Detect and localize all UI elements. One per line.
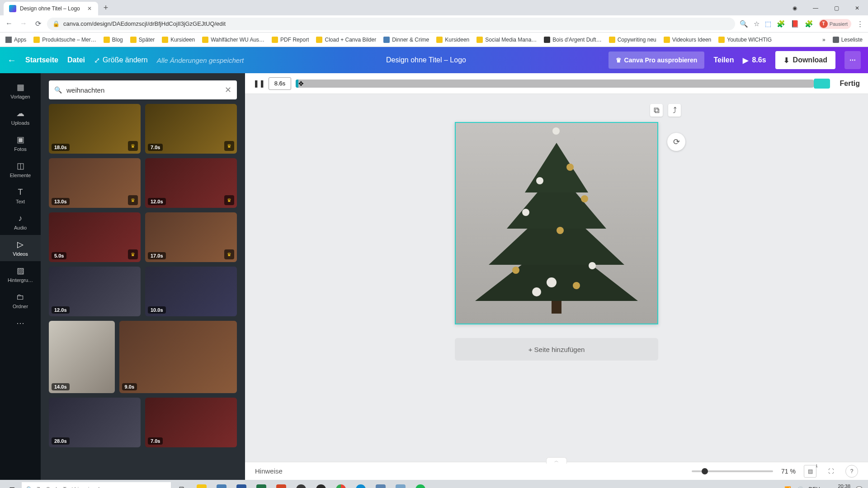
bookmark-item[interactable]: Youtube WICHTIG bbox=[718, 37, 772, 43]
taskbar-app[interactable] bbox=[292, 481, 310, 488]
tray-network-icon[interactable]: 📶 bbox=[784, 486, 791, 488]
windows-search[interactable]: 🔍 Zur Suche Text hier eingeben bbox=[22, 482, 171, 488]
rail-ordner[interactable]: 🗀Ordner bbox=[0, 287, 41, 314]
bookmark-item[interactable]: Blog bbox=[104, 37, 123, 43]
bookmark-item[interactable]: Dinner & Crime bbox=[383, 37, 429, 43]
rail-hintergrund[interactable]: ▨Hintergru… bbox=[0, 261, 41, 287]
rail-vorlagen[interactable]: ▦Vorlagen bbox=[0, 78, 41, 104]
rail-audio[interactable]: ♪Audio bbox=[0, 209, 41, 235]
rail-elemente[interactable]: ◫Elemente bbox=[0, 156, 41, 183]
file-menu[interactable]: Datei bbox=[67, 56, 85, 64]
resize-button[interactable]: ⤢ Größe ändern bbox=[94, 56, 148, 65]
taskbar-word[interactable] bbox=[232, 481, 250, 488]
fullscreen-button[interactable]: ⛶ bbox=[825, 465, 837, 478]
rail-text[interactable]: TText bbox=[0, 183, 41, 209]
bookmark-item[interactable]: Später bbox=[130, 37, 155, 43]
bookmark-item[interactable]: Kursideen bbox=[436, 37, 469, 43]
bookmark-item[interactable]: Social Media Mana… bbox=[476, 37, 537, 43]
window-minimize[interactable]: — bbox=[806, 1, 826, 15]
christmas-tree-image[interactable] bbox=[456, 118, 657, 319]
download-button[interactable]: ⬇ Download bbox=[775, 51, 835, 69]
taskbar-spotify[interactable] bbox=[411, 481, 429, 488]
clear-search-icon[interactable]: ✕ bbox=[225, 85, 231, 95]
extension-icon-1[interactable]: ⬚ bbox=[765, 20, 771, 28]
rail-fotos[interactable]: ▣Fotos bbox=[0, 130, 41, 156]
taskbar-edge[interactable] bbox=[352, 481, 370, 488]
rail-videos[interactable]: ▷Videos bbox=[0, 235, 41, 261]
window-close[interactable]: ✕ bbox=[847, 1, 867, 15]
video-thumb[interactable]: 17.0s♛ bbox=[145, 212, 237, 262]
add-page-button[interactable]: + Seite hinzufügen bbox=[455, 338, 658, 361]
canvas-page[interactable]: ⟳ bbox=[455, 122, 658, 324]
tab-close-icon[interactable]: ✕ bbox=[86, 5, 93, 12]
tray-clock[interactable]: 20:38 05.05.2021 bbox=[826, 483, 850, 488]
search-input[interactable] bbox=[66, 86, 220, 94]
extension-icon-2[interactable]: 🧩 bbox=[777, 20, 785, 28]
tray-language[interactable]: DEU bbox=[809, 486, 820, 488]
reading-list-button[interactable]: Leseliste bbox=[833, 37, 863, 43]
video-thumb[interactable]: 5.0s♛ bbox=[49, 212, 141, 262]
taskbar-obs[interactable] bbox=[312, 481, 330, 488]
zoom-slider[interactable] bbox=[692, 470, 773, 472]
extension-icon-4[interactable]: 🧩 bbox=[805, 20, 813, 28]
bookmark-item[interactable]: Videokurs Ideen bbox=[664, 37, 712, 43]
bookmark-item[interactable]: Cload + Canva Bilder bbox=[316, 37, 376, 43]
timeline-playhead[interactable]: ✥ bbox=[297, 77, 305, 90]
zoom-indicator-icon[interactable]: 🔍 bbox=[740, 20, 748, 28]
video-search[interactable]: 🔍 ✕ bbox=[49, 80, 237, 99]
extension-icon-3[interactable]: 📕 bbox=[791, 20, 799, 28]
bookmark-item[interactable]: Kursideen bbox=[162, 37, 195, 43]
bookmark-item[interactable]: Wahlfächer WU Aus… bbox=[202, 37, 264, 43]
video-thumb[interactable]: 18.0s♛ bbox=[49, 104, 141, 154]
more-menu-button[interactable]: ⋯ bbox=[844, 51, 861, 69]
taskbar-powerpoint[interactable] bbox=[272, 481, 290, 488]
bookmark-star-icon[interactable]: ☆ bbox=[754, 20, 760, 28]
home-link[interactable]: Startseite bbox=[25, 56, 58, 64]
notes-button[interactable]: Hinweise bbox=[255, 467, 283, 475]
back-home-icon[interactable]: ← bbox=[7, 55, 16, 66]
nav-back-icon[interactable]: ← bbox=[5, 19, 14, 28]
taskbar-app[interactable] bbox=[372, 481, 390, 488]
video-thumb[interactable]: 9.0s bbox=[119, 321, 237, 393]
video-thumb[interactable]: 12.0s bbox=[49, 267, 141, 316]
tray-overflow-icon[interactable]: ︿ bbox=[774, 486, 779, 488]
window-maximize[interactable]: ▢ bbox=[826, 1, 846, 15]
taskbar-chrome[interactable] bbox=[332, 481, 350, 488]
pause-icon[interactable]: ❚❚ bbox=[253, 79, 264, 88]
expand-notes-handle[interactable]: ︿ bbox=[546, 457, 567, 464]
timeline-done-button[interactable]: Fertig bbox=[840, 80, 860, 88]
new-tab-button[interactable]: + bbox=[99, 3, 113, 13]
tray-notifications-icon[interactable]: 💬 bbox=[856, 486, 863, 488]
task-view-icon[interactable]: ⧉ bbox=[173, 481, 191, 488]
profile-badge[interactable]: T Pausiert bbox=[819, 19, 851, 29]
url-bar[interactable]: 🔒 canva.com/design/DAEdomzscjI/drBfjHdCo… bbox=[47, 18, 735, 30]
nav-reload-icon[interactable]: ⟳ bbox=[33, 19, 42, 28]
help-button[interactable]: ? bbox=[845, 465, 858, 478]
tray-sound-icon[interactable]: 🔊 bbox=[797, 486, 803, 488]
video-thumb[interactable]: 14.0s bbox=[49, 321, 115, 393]
video-thumb[interactable]: 28.0s bbox=[49, 398, 141, 447]
zoom-knob[interactable] bbox=[702, 468, 708, 474]
duration-input[interactable] bbox=[269, 77, 291, 90]
bookmark-overflow[interactable]: » bbox=[822, 37, 826, 43]
taskbar-app[interactable] bbox=[212, 481, 231, 488]
track-end-segment[interactable] bbox=[814, 79, 830, 89]
document-title[interactable]: Design ohne Titel – Logo bbox=[386, 56, 466, 64]
taskbar-app[interactable] bbox=[392, 481, 410, 488]
bookmark-item[interactable]: Bois d'Argent Duft… bbox=[544, 37, 601, 43]
browser-tab[interactable]: Design ohne Titel – Logo ✕ bbox=[4, 2, 98, 15]
zoom-level[interactable]: 71 % bbox=[781, 468, 796, 475]
page-list-button[interactable]: ▤1 bbox=[804, 465, 816, 478]
account-icon[interactable]: ◉ bbox=[785, 1, 805, 15]
taskbar-excel[interactable] bbox=[252, 481, 270, 488]
rail-more[interactable]: ⋯ bbox=[0, 314, 41, 333]
video-thumb[interactable]: 13.0s♛ bbox=[49, 158, 141, 208]
start-button[interactable]: ⊞ bbox=[4, 481, 20, 488]
rail-uploads[interactable]: ☁Uploads bbox=[0, 104, 41, 130]
bookmark-item[interactable]: Apps bbox=[5, 37, 26, 43]
video-thumb[interactable]: 7.0s bbox=[145, 398, 237, 447]
refresh-element-button[interactable]: ⟳ bbox=[667, 133, 685, 151]
share-button[interactable]: Teilen bbox=[713, 56, 734, 64]
duplicate-page-icon[interactable]: ⧉ bbox=[650, 104, 663, 117]
bookmark-item[interactable]: Copywriting neu bbox=[609, 37, 656, 43]
